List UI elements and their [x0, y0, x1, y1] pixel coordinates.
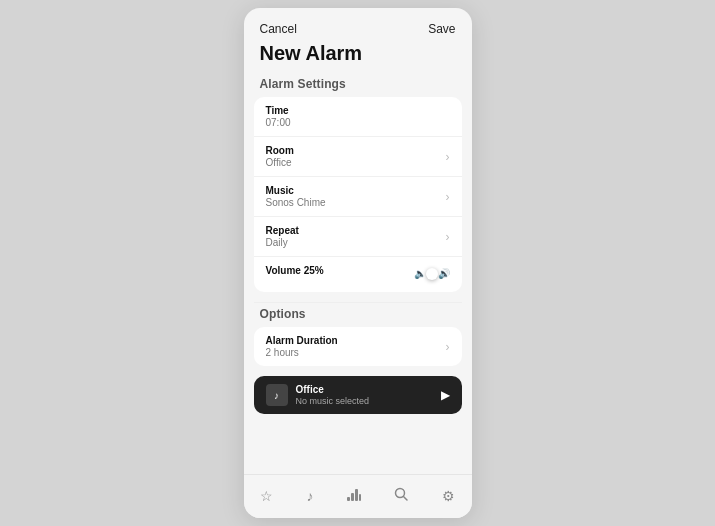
- alarm-settings-group: Time 07:00 Room Office › Music Sonos Chi…: [254, 97, 462, 292]
- page-title: New Alarm: [244, 40, 472, 77]
- nav-home-icon[interactable]: ☆: [252, 484, 281, 508]
- room-row[interactable]: Room Office ›: [254, 137, 462, 177]
- now-playing-title: Office: [296, 384, 433, 395]
- volume-high-icon: 🔊: [438, 268, 450, 279]
- alarm-duration-chevron-icon: ›: [446, 340, 450, 354]
- svg-rect-0: [347, 497, 350, 501]
- nav-search-icon[interactable]: [386, 483, 416, 508]
- room-label: Room: [266, 145, 446, 156]
- svg-rect-3: [359, 494, 361, 501]
- music-label: Music: [266, 185, 446, 196]
- room-chevron-icon: ›: [446, 150, 450, 164]
- now-playing-icon: ♪: [266, 384, 288, 406]
- repeat-value: Daily: [266, 237, 446, 248]
- nav-music-icon[interactable]: ♪: [299, 484, 322, 508]
- play-button-icon[interactable]: ▶: [441, 388, 450, 402]
- svg-line-5: [404, 497, 408, 501]
- cancel-button[interactable]: Cancel: [260, 22, 297, 36]
- time-row[interactable]: Time 07:00: [254, 97, 462, 137]
- options-group: Alarm Duration 2 hours ›: [254, 327, 462, 366]
- volume-row: Volume 25% 🔈 🔊: [254, 257, 462, 292]
- alarm-duration-label: Alarm Duration: [266, 335, 446, 346]
- bottom-nav: ☆ ♪ ⚙: [244, 474, 472, 518]
- nav-settings-icon[interactable]: ⚙: [434, 484, 463, 508]
- music-row[interactable]: Music Sonos Chime ›: [254, 177, 462, 217]
- repeat-label: Repeat: [266, 225, 446, 236]
- now-playing-bar[interactable]: ♪ Office No music selected ▶: [254, 376, 462, 414]
- time-label: Time: [266, 105, 450, 116]
- top-bar: Cancel Save: [244, 8, 472, 40]
- volume-label: Volume 25%: [266, 265, 324, 276]
- room-value: Office: [266, 157, 446, 168]
- options-label: Options: [244, 307, 472, 327]
- section-divider: [254, 302, 462, 303]
- repeat-row[interactable]: Repeat Daily ›: [254, 217, 462, 257]
- music-chevron-icon: ›: [446, 190, 450, 204]
- volume-low-icon: 🔈: [414, 268, 426, 279]
- svg-rect-2: [355, 489, 358, 501]
- save-button[interactable]: Save: [428, 22, 455, 36]
- now-playing-subtitle: No music selected: [296, 396, 433, 406]
- alarm-duration-value: 2 hours: [266, 347, 446, 358]
- time-value: 07:00: [266, 117, 450, 128]
- repeat-chevron-icon: ›: [446, 230, 450, 244]
- alarm-settings-label: Alarm Settings: [244, 77, 472, 97]
- svg-rect-1: [351, 493, 354, 501]
- music-value: Sonos Chime: [266, 197, 446, 208]
- nav-bars-icon[interactable]: [339, 484, 369, 508]
- alarm-duration-row[interactable]: Alarm Duration 2 hours ›: [254, 327, 462, 366]
- slider-thumb[interactable]: [426, 268, 438, 280]
- phone-card: Cancel Save New Alarm Alarm Settings Tim…: [244, 8, 472, 518]
